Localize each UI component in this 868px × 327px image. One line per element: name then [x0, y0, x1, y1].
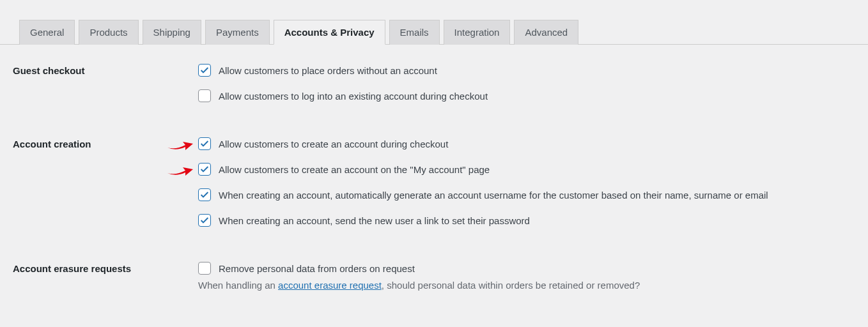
tab-general[interactable]: General: [19, 20, 75, 45]
checkbox-guest-orders[interactable]: [198, 64, 211, 77]
checkbox-create-myaccount[interactable]: [198, 163, 211, 176]
tab-shipping[interactable]: Shipping: [143, 20, 201, 45]
field-auto-username: When creating an account, automatically …: [198, 188, 855, 201]
checkbox-auto-username[interactable]: [198, 188, 211, 201]
check-icon: [199, 190, 210, 200]
field-create-myaccount: Allow customers to create an account on …: [198, 163, 855, 176]
field-guest-orders: Allow customers to place orders without …: [198, 64, 855, 77]
link-erasure-request[interactable]: account erasure request: [278, 280, 382, 291]
label-create-checkout[interactable]: Allow customers to create an account dur…: [219, 139, 448, 149]
tab-products[interactable]: Products: [79, 20, 138, 45]
label-create-myaccount[interactable]: Allow customers to create an account on …: [219, 164, 490, 175]
section-account-erasure: Account erasure requests Remove personal…: [13, 262, 855, 291]
tab-emails[interactable]: Emails: [389, 20, 440, 45]
label-password-link[interactable]: When creating an account, send the new u…: [219, 215, 530, 226]
checkbox-create-checkout[interactable]: [198, 137, 211, 150]
settings-tabs: General Products Shipping Payments Accou…: [0, 0, 868, 45]
field-create-checkout: Allow customers to create an account dur…: [198, 137, 855, 150]
section-fields: Remove personal data from orders on requ…: [198, 262, 855, 291]
checkbox-erasure-remove[interactable]: [198, 262, 211, 275]
check-icon: [199, 65, 210, 75]
section-title-account-erasure: Account erasure requests: [13, 262, 198, 274]
annotation-arrow-icon: [166, 162, 193, 177]
settings-content: Guest checkout Allow customers to place …: [0, 45, 868, 319]
field-erasure-remove: Remove personal data from orders on requ…: [198, 262, 855, 275]
label-guest-login[interactable]: Allow customers to log into an existing …: [219, 91, 488, 102]
check-icon: [199, 164, 210, 174]
tab-accounts-privacy[interactable]: Accounts & Privacy: [274, 20, 385, 45]
tab-payments[interactable]: Payments: [205, 20, 270, 45]
label-guest-orders[interactable]: Allow customers to place orders without …: [219, 65, 437, 76]
check-icon: [199, 139, 210, 149]
check-icon: [199, 215, 210, 225]
checkbox-password-link[interactable]: [198, 214, 211, 227]
field-password-link: When creating an account, send the new u…: [198, 214, 855, 227]
label-auto-username[interactable]: When creating an account, automatically …: [219, 190, 768, 201]
section-title-guest-checkout: Guest checkout: [13, 64, 198, 76]
label-erasure-remove[interactable]: Remove personal data from orders on requ…: [219, 263, 415, 274]
section-fields: Allow customers to create an account dur…: [198, 137, 855, 227]
tab-integration[interactable]: Integration: [444, 20, 511, 45]
help-text-after: , should personal data within orders be …: [382, 280, 640, 291]
tab-advanced[interactable]: Advanced: [514, 20, 578, 45]
section-guest-checkout: Guest checkout Allow customers to place …: [13, 64, 855, 102]
section-fields: Allow customers to place orders without …: [198, 64, 855, 102]
help-text-erasure: When handling an account erasure request…: [198, 280, 855, 291]
section-account-creation: Account creation Allow customers to crea…: [13, 137, 855, 227]
help-text-before: When handling an: [198, 280, 278, 291]
checkbox-guest-login[interactable]: [198, 89, 211, 102]
section-title-account-creation: Account creation: [13, 137, 198, 149]
field-guest-login: Allow customers to log into an existing …: [198, 89, 855, 102]
